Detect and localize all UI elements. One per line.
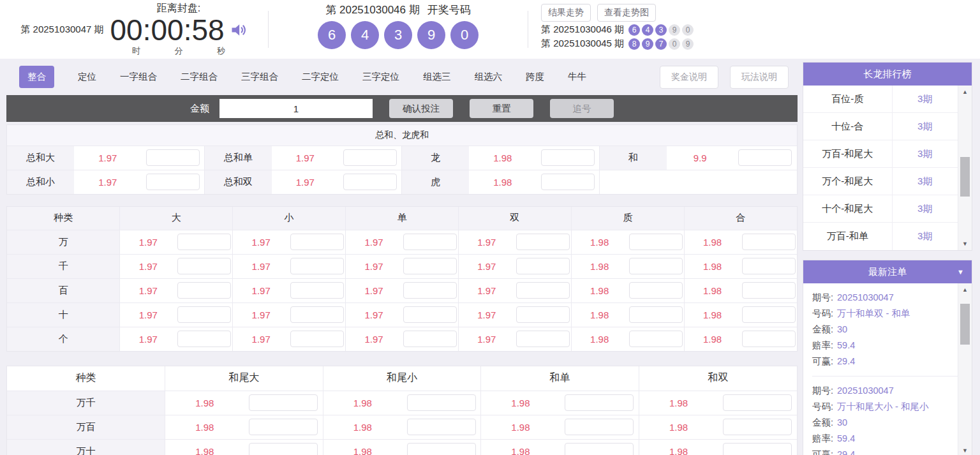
list-item[interactable]: 万百-和单 3期 [803, 223, 958, 250]
bet-input[interactable] [407, 443, 476, 455]
bet-input[interactable] [290, 331, 344, 347]
odds-value: 1.97 [458, 254, 514, 278]
bet-input[interactable] [742, 282, 796, 299]
bet-input[interactable] [742, 258, 796, 274]
list-item[interactable]: 十个-和尾大 3期 [803, 195, 958, 223]
bet-input[interactable] [629, 306, 683, 323]
bet-input[interactable] [290, 282, 344, 299]
bet-input[interactable] [742, 331, 796, 347]
chevron-down-icon[interactable]: ▼ [957, 268, 964, 276]
bet-input[interactable] [403, 306, 457, 323]
row-category: 百 [7, 278, 120, 302]
tab-sanzi-dingwei[interactable]: 三字定位 [362, 71, 399, 83]
amount-input[interactable] [219, 99, 373, 118]
list-item[interactable]: 百位-质 3期 [803, 86, 958, 113]
bet-input[interactable] [629, 282, 683, 299]
bet-input[interactable] [629, 331, 683, 347]
bet-input[interactable] [742, 306, 796, 323]
tab-niuniu[interactable]: 牛牛 [568, 71, 586, 83]
result-trend-button[interactable]: 结果走势 [541, 4, 591, 22]
view-trend-chart-button[interactable]: 查看走势图 [597, 4, 656, 22]
bet-input[interactable] [290, 306, 344, 323]
bet-input[interactable] [565, 419, 634, 435]
bet-option-label: 总和小 [7, 170, 74, 194]
bet-input[interactable] [516, 234, 570, 250]
rules-info-button[interactable]: 玩法说明 [730, 66, 789, 89]
current-period: 第 20251030047 期 [20, 24, 103, 36]
bet-input[interactable] [407, 394, 476, 411]
bet-input[interactable] [249, 443, 318, 455]
list-item[interactable]: 十位-合 3期 [803, 113, 958, 140]
scrollbar-thumb[interactable] [960, 304, 970, 345]
bet-input[interactable] [565, 443, 634, 455]
scrollbar-thumb[interactable] [960, 157, 970, 197]
tab-zhenghe[interactable]: 整合 [19, 66, 54, 88]
bet-option-label: 总和单 [204, 145, 271, 170]
scroll-up-icon[interactable]: ▲ [958, 283, 972, 296]
bet-input[interactable] [403, 234, 457, 250]
bet-input[interactable] [177, 282, 231, 299]
list-item[interactable]: 万个-和尾大 3期 [803, 168, 958, 195]
odds-value: 1.97 [233, 278, 289, 302]
bet-input[interactable] [343, 174, 397, 190]
bet-input[interactable] [723, 394, 792, 411]
speaker-icon[interactable] [230, 21, 248, 39]
bet-input[interactable] [403, 331, 457, 347]
orders-scrollbar[interactable]: ▲ ▼ [958, 283, 972, 455]
bet-input[interactable] [146, 174, 200, 190]
sum-dragon-tiger-panel: 总和、龙虎和 总和大 1.97 总和单 1.97 龙 1.98 和 9.9 总 [6, 124, 798, 195]
bet-input[interactable] [343, 149, 397, 166]
tab-erzi-dingwei[interactable]: 二字定位 [302, 71, 339, 83]
tab-erzi-zuhe[interactable]: 二字组合 [181, 71, 218, 83]
reset-button[interactable]: 重置 [470, 99, 533, 118]
odds-value: 1.97 [233, 302, 289, 327]
tail-sum-table: 种类 和尾大 和尾小 和单 和双 万千 1.98 1.98 1.98 1.98 [7, 366, 797, 455]
tab-dingwei[interactable]: 定位 [78, 71, 96, 83]
table-row: 万十 1.98 1.98 1.98 1.98 [7, 439, 797, 455]
bet-input[interactable] [290, 234, 344, 250]
bet-input[interactable] [738, 149, 792, 166]
order-field-label: 号码: [812, 308, 833, 318]
column-header: 合 [684, 207, 797, 230]
confirm-bet-button[interactable]: 确认投注 [389, 99, 453, 118]
tab-kuadu[interactable]: 跨度 [526, 71, 544, 83]
bet-input[interactable] [403, 282, 457, 299]
scroll-down-icon[interactable]: ▼ [958, 237, 972, 250]
ranking-scrollbar[interactable]: ▲ ▼ [958, 86, 972, 250]
bet-input[interactable] [177, 234, 231, 250]
prize-info-button[interactable]: 奖金说明 [660, 66, 718, 89]
bet-input[interactable] [177, 331, 231, 347]
bet-input[interactable] [629, 234, 683, 250]
bet-input[interactable] [742, 234, 796, 250]
odds-value: 1.98 [323, 415, 402, 439]
bet-input[interactable] [249, 394, 318, 411]
tab-zuxuan-san[interactable]: 组选三 [423, 71, 451, 83]
tab-sanzi-zuhe[interactable]: 三字组合 [241, 71, 278, 83]
bet-input[interactable] [177, 306, 231, 323]
bet-input[interactable] [516, 331, 570, 347]
tab-zuxuan-liu[interactable]: 组选六 [475, 71, 503, 83]
bet-input[interactable] [541, 174, 595, 190]
bet-input[interactable] [407, 419, 476, 435]
list-item[interactable]: 万百-和尾大 3期 [803, 140, 958, 168]
bet-input[interactable] [723, 443, 792, 455]
bet-input[interactable] [516, 282, 570, 299]
bet-input[interactable] [565, 394, 634, 411]
tab-yizi-zuhe[interactable]: 一字组合 [120, 71, 157, 83]
scroll-down-icon[interactable]: ▼ [958, 444, 972, 455]
bet-input[interactable] [723, 419, 792, 435]
scroll-up-icon[interactable]: ▲ [958, 86, 972, 98]
streak-name: 百位-质 [803, 86, 893, 112]
bet-input[interactable] [629, 258, 683, 274]
bet-input[interactable] [249, 419, 318, 435]
bet-input[interactable] [516, 258, 570, 274]
streak-count: 3期 [893, 195, 958, 222]
bet-input[interactable] [177, 258, 231, 274]
chase-number-button[interactable]: 追号 [550, 99, 614, 118]
bet-input[interactable] [541, 149, 595, 166]
bet-input[interactable] [290, 258, 344, 274]
bet-input[interactable] [403, 258, 457, 274]
bet-input[interactable] [516, 306, 570, 323]
odds-value: 1.98 [571, 278, 627, 302]
bet-input[interactable] [146, 149, 200, 166]
